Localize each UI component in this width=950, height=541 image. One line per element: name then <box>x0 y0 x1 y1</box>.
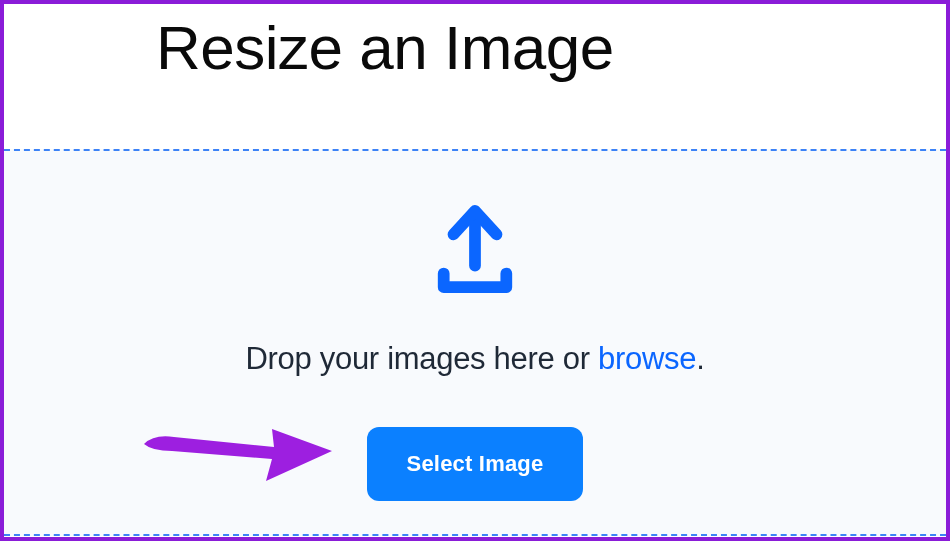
image-dropzone[interactable]: Drop your images here or browse. Select … <box>4 149 946 536</box>
dropzone-instruction: Drop your images here or browse. <box>245 341 704 377</box>
upload-icon <box>430 201 520 301</box>
dropzone-instruction-suffix: . <box>696 341 704 376</box>
header-region: Resize an Image <box>4 4 946 149</box>
app-frame: Resize an Image Drop your images here or… <box>0 0 950 541</box>
page-title: Resize an Image <box>156 12 614 83</box>
select-image-button[interactable]: Select Image <box>367 427 584 501</box>
dropzone-instruction-prefix: Drop your images here or <box>245 341 598 376</box>
browse-link[interactable]: browse <box>598 341 696 376</box>
